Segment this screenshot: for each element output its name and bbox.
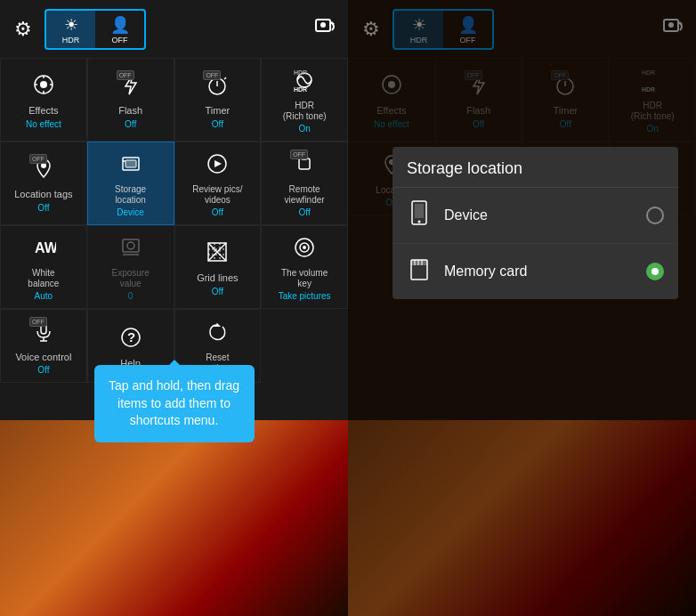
left-panel: ⚙ ☀ HDR 👤 OFF — [0, 0, 348, 616]
toolbar-left-group: ⚙ ☀ HDR 👤 OFF — [11, 9, 146, 50]
device-icon — [407, 200, 432, 231]
menu-item-grid[interactable]: Grid lines Off — [174, 225, 262, 309]
voice-value: Off — [37, 365, 49, 375]
svg-text:HDR: HDR — [294, 86, 307, 93]
memory-card-radio[interactable] — [646, 263, 664, 280]
flash-badge: OFF — [117, 70, 134, 80]
svg-rect-64 — [415, 204, 424, 218]
right-panel: ⚙ ☀ HDR 👤 OFF — [348, 0, 696, 616]
wb-icon: AWB — [31, 235, 56, 265]
svg-text:HDR: HDR — [294, 69, 307, 76]
svg-rect-19 — [125, 160, 136, 167]
voice-icon: OFF — [31, 319, 56, 349]
rotate-icon[interactable] — [312, 14, 337, 44]
grid-value: Off — [212, 287, 223, 296]
location-badge: OFF — [29, 154, 47, 164]
svg-point-1 — [320, 22, 326, 28]
flash-label: Flash — [118, 105, 142, 117]
location-value: Off — [37, 203, 49, 213]
svg-text:AWB: AWB — [35, 240, 56, 255]
hdr-label: HDR — [62, 36, 80, 45]
volume-icon — [292, 235, 317, 265]
effects-label: Effects — [28, 105, 58, 117]
location-icon: OFF — [31, 156, 56, 186]
portrait-icon: 👤 — [110, 15, 130, 35]
exposure-icon — [118, 235, 143, 265]
hdr-rich-icon: HDR HDR — [290, 68, 319, 98]
grid-label: Grid lines — [197, 272, 238, 284]
svg-rect-23 — [299, 158, 310, 169]
remote-badge: OFF — [290, 150, 308, 159]
svg-line-13 — [224, 77, 226, 79]
reset-icon — [205, 320, 230, 350]
storage-option-device[interactable]: Device — [393, 188, 678, 244]
svg-point-39 — [303, 246, 306, 249]
location-label: Location tags — [14, 189, 72, 200]
svg-marker-22 — [214, 160, 222, 167]
svg-point-28 — [127, 242, 134, 249]
menu-item-timer[interactable]: OFF Timer Off — [174, 58, 262, 142]
device-radio[interactable] — [646, 207, 664, 224]
voice-badge: OFF — [29, 317, 47, 327]
storage-popup-title: Storage location — [393, 147, 678, 188]
menu-item-flash[interactable]: OFF Flash Off — [87, 58, 174, 142]
storage-popup: Storage location Device — [393, 147, 678, 299]
svg-text:?: ? — [127, 329, 135, 344]
effects-value: No effect — [26, 119, 61, 129]
help-icon: ? — [118, 325, 143, 355]
menu-item-location[interactable]: OFF Location tags Off — [0, 142, 87, 225]
menu-item-remote[interactable]: OFF Remoteviewfinder Off — [261, 142, 348, 225]
timer-icon: OFF — [205, 72, 230, 102]
flash-value: Off — [125, 119, 136, 129]
menu-item-wb[interactable]: AWB Whitebalance Auto — [0, 225, 87, 309]
wb-label: Whitebalance — [28, 268, 59, 289]
svg-point-8 — [40, 81, 47, 88]
timer-badge: OFF — [203, 70, 221, 80]
menu-item-hdr[interactable]: HDR HDR HDR(Rich tone) On — [261, 58, 348, 142]
hdr-button[interactable]: ☀ HDR — [46, 11, 95, 48]
voice-label: Voice control — [15, 352, 71, 363]
review-icon — [205, 151, 230, 182]
svg-point-65 — [418, 221, 421, 223]
hdr-rich-value: On — [298, 124, 310, 134]
remote-icon: OFF — [292, 151, 317, 182]
exposure-value: 0 — [128, 291, 134, 301]
timer-value: Off — [212, 119, 223, 129]
volume-label: The volumekey — [281, 268, 328, 289]
storage-option-memory-card[interactable]: Memory card — [393, 244, 678, 299]
hdr-group: ☀ HDR 👤 OFF — [45, 9, 146, 50]
menu-item-effects[interactable]: Effects No effect — [0, 58, 87, 142]
settings-button[interactable]: ⚙ — [11, 14, 36, 45]
memory-card-label: Memory card — [444, 263, 646, 280]
shortcut-tooltip: Tap and hold, then drag items to add the… — [94, 365, 255, 442]
review-value: Off — [212, 207, 223, 217]
camera-background — [0, 420, 348, 616]
effects-icon — [31, 72, 56, 102]
svg-rect-67 — [411, 260, 427, 265]
svg-point-17 — [41, 163, 46, 168]
hdr-rich-label: HDR(Rich tone) — [283, 101, 327, 122]
remote-value: Off — [299, 207, 311, 217]
camera-menu-grid: Effects No effect OFF Flash Off OFF — [0, 58, 348, 383]
portrait-label: OFF — [112, 36, 128, 45]
device-label: Device — [444, 207, 646, 223]
menu-item-review[interactable]: Review pics/videos Off — [174, 142, 262, 225]
remote-label: Remoteviewfinder — [285, 184, 325, 206]
menu-item-storage[interactable]: Storagelocation Device — [87, 142, 174, 225]
timer-label: Timer — [206, 105, 231, 117]
grid-icon — [205, 239, 230, 270]
wb-value: Auto — [35, 291, 53, 301]
panel-overlay — [348, 0, 696, 616]
svg-rect-27 — [123, 239, 139, 252]
menu-item-voice[interactable]: OFF Voice control Off — [0, 309, 87, 383]
toolbar-left: ⚙ ☀ HDR 👤 OFF — [0, 0, 348, 58]
storage-icon — [118, 151, 143, 182]
portrait-button[interactable]: 👤 OFF — [95, 11, 144, 48]
review-label: Review pics/videos — [192, 184, 242, 206]
menu-item-volume[interactable]: The volumekey Take pictures — [261, 225, 348, 309]
menu-item-exposure[interactable]: Exposurevalue 0 — [87, 225, 174, 309]
volume-value: Take pictures — [279, 291, 331, 301]
storage-value: Device — [117, 207, 144, 217]
hdr-sun-icon: ☀ — [64, 15, 78, 35]
storage-label: Storagelocation — [115, 184, 146, 206]
